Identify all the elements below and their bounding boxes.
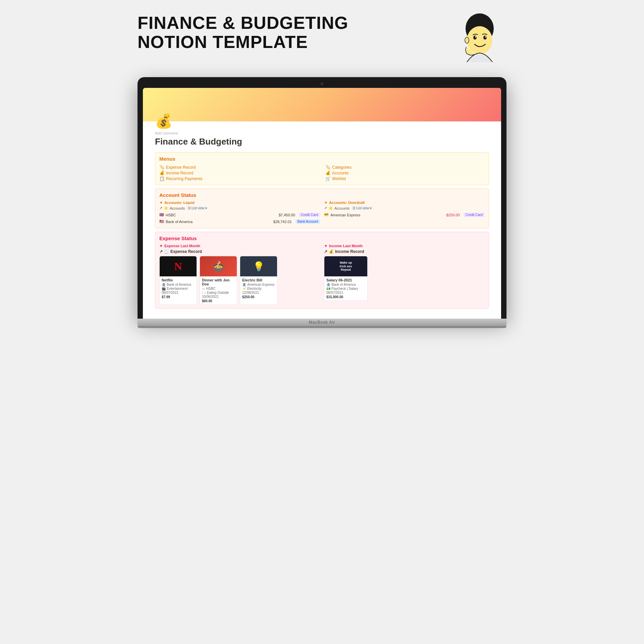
expense-record-label: Expense Record: [166, 165, 196, 170]
hsbc-flag: 🇬🇧: [159, 213, 164, 217]
overdraft-list-icon: ☰: [353, 206, 356, 210]
menu-link-income-record[interactable]: 💰 Income Record: [159, 170, 319, 176]
svg-point-4: [475, 36, 476, 38]
hsbc-name: 🇬🇧 HSBC: [159, 213, 176, 217]
accounts-label: Accounts: [332, 171, 348, 175]
amex-name: 💳 American Express: [324, 213, 360, 217]
electric-card-date: 12/08/2021: [242, 291, 275, 294]
electric-card-bank: 🏦 American Express: [242, 283, 275, 286]
overdraft-chevron-icon: ▾: [370, 206, 372, 210]
expense-card-electric[interactable]: 💡 Electric Bill 🏦 American Express: [240, 256, 277, 305]
expense-record-arrow: ↗: [159, 249, 163, 254]
svg-point-2: [473, 36, 477, 40]
menus-right-col: 🏷️ Categories 💰 Accounts 🛒 Wishlist: [325, 164, 485, 181]
add-comment-label[interactable]: Add comment: [155, 131, 489, 135]
netflix-card-category: 🎬 Entertainment: [162, 287, 195, 290]
expense-status-title: Expense Status: [159, 235, 485, 241]
liquid-view-toggle[interactable]: ☰ List view ▾: [186, 206, 208, 210]
netflix-card-date: 08/07/2021: [162, 291, 195, 294]
dinner-card-amount: $60.00: [202, 299, 235, 303]
overdraft-accounts-text: Accounts: [334, 206, 350, 210]
overdraft-col: ▼ Accounts: Overdraft ↗ ⭐ Accounts ☰: [324, 201, 485, 225]
boa-amount: $28,742.01: [273, 220, 292, 224]
overdraft-accounts-label: ↗ ⭐ Accounts ☰ List view ▾: [324, 206, 485, 210]
menu-link-categories[interactable]: 🏷️ Categories: [325, 164, 485, 170]
liquid-accounts-label: ↗ ⭐ Accounts ☰ List view ▾: [159, 206, 320, 210]
expense-record-icon: 🏷️: [159, 165, 165, 170]
account-row-boa[interactable]: 🇺🇸 Bank of America $28,742.01 Bank Accou…: [159, 218, 320, 225]
svg-point-5: [485, 36, 486, 38]
triangle-expense: ▼: [159, 244, 163, 248]
expense-card-netflix[interactable]: N Netflix 🏦 Bank of America: [159, 256, 197, 305]
amex-badge: Credit Card: [464, 213, 485, 217]
electric-card-amount: $250.00: [242, 295, 275, 299]
categories-icon: 🏷️: [325, 165, 331, 170]
overdraft-col-title: ▼ Accounts: Overdraft: [324, 201, 485, 205]
account-columns: ▼ Accounts: Liquid ↗ ⭐ Accounts ☰ L: [159, 201, 485, 225]
avatar-illustration: [453, 13, 506, 67]
laptop-brand: MacBook Air: [309, 320, 335, 325]
menus-grid: 🏷️ Expense Record 💰 Income Record 📋 Rec: [159, 164, 485, 181]
income-card-salary[interactable]: Wake upKick assRepeat Salary 06-2021 🏦 B…: [324, 256, 368, 301]
expense-col-title: ▼ Expense Last Month: [159, 244, 320, 248]
salary-card-category: 💵 Paycheck | Salary: [326, 287, 365, 290]
income-col: ▼ Income Last Month ↗ 💰 Income Record: [324, 244, 485, 305]
salary-card-body: Salary 06-2021 🏦 Bank of America 💵: [324, 276, 367, 301]
account-row-hsbc[interactable]: 🇬🇧 HSBC $7,450.00 Credit Card: [159, 212, 320, 218]
wishlist-label: Wishlist: [332, 176, 346, 181]
triangle-liquid: ▼: [159, 201, 163, 205]
amex-flag: 💳: [324, 213, 329, 217]
notion-body: Add comment Finance & Budgeting Menus 🏷️…: [143, 129, 501, 319]
overdraft-arrow: ↗: [324, 206, 327, 210]
expense-record-emoji: 🧾: [164, 249, 169, 254]
liquid-accounts-text: Accounts: [170, 206, 185, 210]
netflix-card-image: N: [160, 256, 197, 276]
salary-card-date: 08/07/2021: [326, 291, 365, 294]
recurring-payments-label: Recurring Payments: [166, 176, 203, 181]
income-record-emoji: 💰: [329, 249, 334, 254]
menu-link-expense-record[interactable]: 🏷️ Expense Record: [159, 164, 319, 170]
svg-point-3: [483, 36, 487, 40]
salary-card-bank: 🏦 Bank of America: [326, 283, 365, 286]
income-col-title: ▼ Income Last Month: [324, 244, 485, 248]
boa-badge: Bank Account: [296, 219, 320, 224]
dinner-card-bank: — HSBC: [202, 287, 235, 290]
expense-col: ▼ Expense Last Month ↗ 🧾 Expense Record: [159, 244, 320, 305]
expense-record-label: ↗ 🧾 Expense Record: [159, 249, 320, 254]
laptop-camera: [321, 83, 323, 85]
salary-card-image: Wake upKick assRepeat: [324, 256, 367, 276]
dinner-card-name: Dinner with Jon Doe: [202, 278, 235, 286]
notion-page: 💰 Add comment Finance & Budgeting Menus …: [143, 88, 501, 319]
income-record-label: ↗ 💰 Income Record: [324, 249, 485, 254]
laptop-screen: 💰 Add comment Finance & Budgeting Menus …: [143, 88, 501, 319]
account-row-amex[interactable]: 💳 American Express -$250.00 Credit Card: [324, 212, 485, 218]
dinner-card-body: Dinner with Jon Doe — HSBC 🍽️ Eati: [200, 276, 237, 305]
menu-link-accounts[interactable]: 💰 Accounts: [325, 170, 485, 176]
dinner-card-category: 🍽️ Eating Outside: [202, 291, 235, 294]
dinner-card-date: 10/06/2021: [202, 295, 235, 299]
overdraft-star: ⭐: [328, 206, 333, 210]
dinner-card-image: 🍲: [200, 256, 237, 276]
overdraft-view-toggle[interactable]: ☰ List view ▾: [351, 206, 373, 210]
menu-link-recurring-payments[interactable]: 📋 Recurring Payments: [159, 176, 319, 181]
notion-page-title: Finance & Budgeting: [155, 137, 489, 147]
laptop-bottom: [138, 326, 506, 328]
income-cards-row: Wake upKick assRepeat Salary 06-2021 🏦 B…: [324, 256, 485, 301]
salary-card-name: Salary 06-2021: [326, 278, 365, 282]
triangle-overdraft: ▼: [324, 201, 328, 205]
account-status-section: Account Status ▼ Accounts: Liquid ↗: [155, 189, 489, 228]
expense-status-section: Expense Status ▼ Expense Last Month ↗: [155, 232, 489, 309]
recurring-payments-icon: 📋: [159, 176, 165, 181]
income-record-arrow: ↗: [324, 249, 327, 254]
expense-cards-row: N Netflix 🏦 Bank of America: [159, 256, 320, 305]
hsbc-badge: Credit Card: [299, 213, 320, 217]
menu-link-wishlist[interactable]: 🛒 Wishlist: [325, 176, 485, 181]
menus-section: Menus 🏷️ Expense Record 💰 Income Record: [155, 152, 489, 185]
triangle-income: ▼: [324, 244, 328, 248]
electric-card-name: Electric Bill: [242, 278, 275, 282]
salary-card-amount: $15,000.00: [326, 295, 365, 299]
netflix-card-name: Netflix: [162, 278, 195, 282]
expense-card-dinner[interactable]: 🍲 Dinner with Jon Doe — HSBC: [200, 256, 237, 305]
income-record-icon: 💰: [159, 170, 165, 175]
liquid-arrow: ↗: [159, 206, 162, 210]
